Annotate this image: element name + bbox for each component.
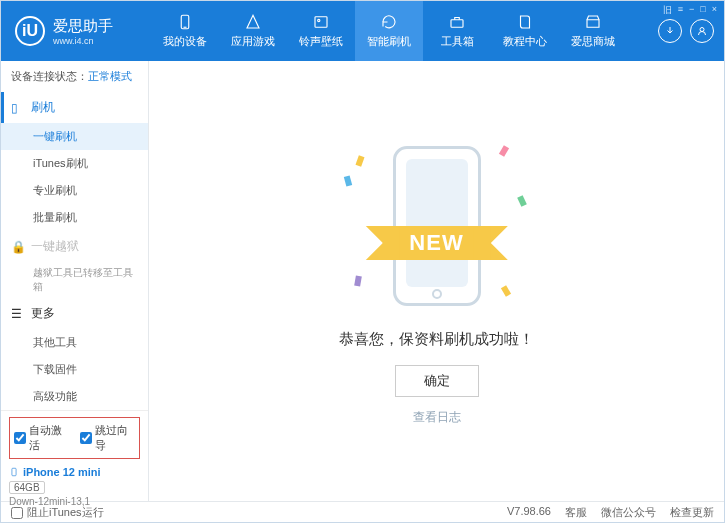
sidebar-more[interactable]: ☰更多 [1, 298, 148, 329]
logo-area[interactable]: iU 爱思助手 www.i4.cn [1, 16, 151, 46]
phone-icon [175, 13, 195, 31]
svg-point-5 [700, 28, 704, 32]
sidebar-label: 刷机 [31, 99, 55, 116]
block-itunes-input[interactable] [11, 507, 23, 519]
sidebar-more-firmware[interactable]: 下载固件 [1, 356, 148, 383]
checkbox-label: 阻止iTunes运行 [27, 505, 104, 520]
download-button[interactable] [658, 19, 682, 43]
sysbtn-2[interactable]: − [689, 4, 694, 17]
svg-rect-2 [315, 17, 327, 28]
sidebar-more-tools[interactable]: 其他工具 [1, 329, 148, 356]
auto-activate-input[interactable] [14, 432, 26, 444]
nav-label: 爱思商城 [571, 34, 615, 49]
sidebar-flash-itunes[interactable]: iTunes刷机 [1, 150, 148, 177]
checkbox-label: 自动激活 [29, 423, 70, 453]
options-box: 自动激活 跳过向导 [9, 417, 140, 459]
svg-rect-6 [12, 468, 16, 476]
book-icon [515, 13, 535, 31]
nav-label: 应用游戏 [231, 34, 275, 49]
user-button[interactable] [690, 19, 714, 43]
logo-icon: iU [15, 16, 45, 46]
sidebar-flash[interactable]: ▯刷机 [1, 92, 148, 123]
sidebar-label: 更多 [31, 305, 55, 322]
new-ribbon: NEW [385, 226, 487, 260]
lock-icon: 🔒 [11, 240, 25, 254]
device-storage: 64GB [9, 481, 45, 494]
sidebar-flash-batch[interactable]: 批量刷机 [1, 204, 148, 231]
sysbtn-1[interactable]: ≡ [678, 4, 683, 17]
sidebar: 设备连接状态：正常模式 ▯刷机 一键刷机 iTunes刷机 专业刷机 批量刷机 … [1, 61, 149, 501]
sidebar-flash-one-click[interactable]: 一键刷机 [1, 123, 148, 150]
sysbtn-0[interactable]: 旧 [663, 4, 672, 17]
skip-guide-checkbox[interactable]: 跳过向导 [80, 423, 136, 453]
image-icon [311, 13, 331, 31]
sysbtn-3[interactable]: □ [700, 4, 705, 17]
svg-rect-4 [451, 20, 463, 28]
version-label: V7.98.66 [507, 505, 551, 520]
nav-label: 教程中心 [503, 34, 547, 49]
main-nav: 我的设备 应用游戏 铃声壁纸 智能刷机 工具箱 教程中心 爱思商城 [151, 1, 658, 61]
nav-tutorial[interactable]: 教程中心 [491, 1, 559, 61]
sidebar-flash-pro[interactable]: 专业刷机 [1, 177, 148, 204]
toolbox-icon [447, 13, 467, 31]
app-site: www.i4.cn [53, 36, 113, 46]
jailbreak-note: 越狱工具已转移至工具箱 [1, 262, 148, 298]
footer-link-update[interactable]: 检查更新 [670, 505, 714, 520]
status-label: 设备连接状态： [11, 70, 88, 82]
main-content: NEW 恭喜您，保资料刷机成功啦！ 确定 查看日志 [149, 61, 724, 501]
nav-label: 工具箱 [441, 34, 474, 49]
sysbtn-4[interactable]: × [712, 4, 717, 17]
nav-toolbox[interactable]: 工具箱 [423, 1, 491, 61]
ok-button[interactable]: 确定 [395, 365, 479, 397]
view-log-link[interactable]: 查看日志 [413, 409, 461, 426]
nav-label: 铃声壁纸 [299, 34, 343, 49]
header-right [658, 19, 724, 43]
block-itunes-checkbox[interactable]: 阻止iTunes运行 [11, 505, 104, 520]
refresh-icon [379, 13, 399, 31]
connection-status: 设备连接状态：正常模式 [1, 61, 148, 92]
success-illustration: NEW [337, 136, 537, 316]
auto-activate-checkbox[interactable]: 自动激活 [14, 423, 70, 453]
footer-link-support[interactable]: 客服 [565, 505, 587, 520]
nav-wallpaper[interactable]: 铃声壁纸 [287, 1, 355, 61]
svg-point-3 [318, 19, 320, 21]
app-header: 旧 ≡ − □ × iU 爱思助手 www.i4.cn 我的设备 应用游戏 铃声… [1, 1, 724, 61]
status-value: 正常模式 [88, 70, 132, 82]
footer-link-wechat[interactable]: 微信公众号 [601, 505, 656, 520]
sidebar-jailbreak: 🔒一键越狱 [1, 231, 148, 262]
phone-icon: ▯ [11, 101, 25, 115]
nav-apps[interactable]: 应用游戏 [219, 1, 287, 61]
device-info[interactable]: iPhone 12 mini 64GB Down-12mini-13,1 [9, 465, 140, 507]
checkbox-label: 跳过向导 [95, 423, 136, 453]
skip-guide-input[interactable] [80, 432, 92, 444]
success-message: 恭喜您，保资料刷机成功啦！ [339, 330, 534, 349]
app-title: 爱思助手 [53, 17, 113, 34]
apps-icon [243, 13, 263, 31]
nav-store[interactable]: 爱思商城 [559, 1, 627, 61]
window-controls-top: 旧 ≡ − □ × [663, 4, 717, 17]
nav-label: 我的设备 [163, 34, 207, 49]
sidebar-more-advanced[interactable]: 高级功能 [1, 383, 148, 410]
menu-icon: ☰ [11, 307, 25, 321]
sidebar-label: 一键越狱 [31, 238, 79, 255]
store-icon [583, 13, 603, 31]
nav-flash[interactable]: 智能刷机 [355, 1, 423, 61]
device-name: iPhone 12 mini [9, 465, 140, 479]
nav-my-device[interactable]: 我的设备 [151, 1, 219, 61]
nav-label: 智能刷机 [367, 34, 411, 49]
